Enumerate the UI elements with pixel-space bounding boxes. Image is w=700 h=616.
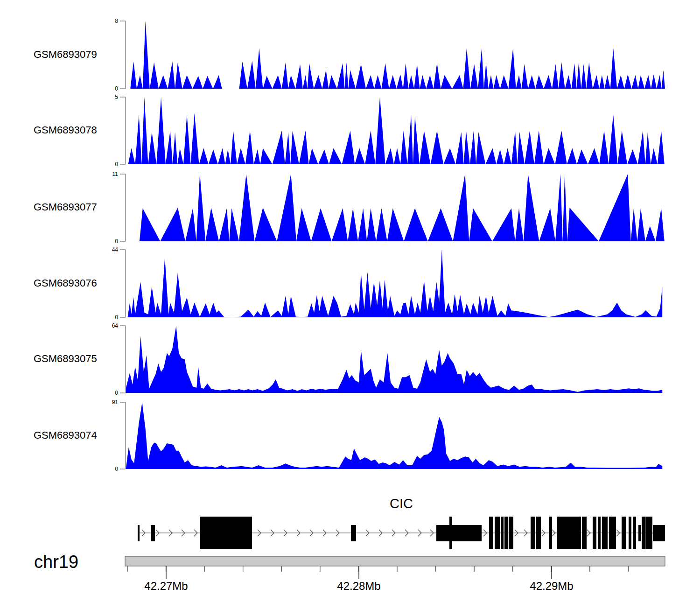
gene-exon [549,517,552,549]
y-axis-min-label: 0 [115,85,118,92]
y-axis-max-label: 11 [112,171,119,177]
track-label-GSM6893076: GSM6893076 [34,277,97,289]
gene-exon [593,517,596,549]
gene-exon [138,525,140,541]
y-axis-max-label: 5 [115,94,118,100]
track-label-GSM6893079: GSM6893079 [34,49,97,61]
track-label-GSM6893075: GSM6893075 [34,353,97,365]
ruler-tick-label: 42.27Mb [144,580,188,592]
y-axis-max-label: 44 [112,246,119,253]
gene-exon [653,525,665,541]
track-label-GSM6893077: GSM6893077 [34,201,97,213]
gene-name-label: CIC [390,496,413,511]
gene-exon [200,517,252,549]
y-axis-max-label: 91 [112,399,119,406]
gene-exon [449,517,452,549]
track-label-GSM6893078: GSM6893078 [34,124,97,136]
gene-exon [489,517,493,549]
y-axis-min-label: 0 [115,314,118,321]
ruler-tick-label: 42.29Mb [530,580,573,592]
coverage-area-GSM6893079 [130,21,665,89]
gene-exon [501,517,504,549]
coverage-area-GSM6893077 [140,174,665,241]
gene-exon [536,517,541,549]
gene-exon [582,517,587,549]
gene-exon [151,525,155,541]
gene-exon [602,517,608,549]
y-axis-max-label: 64 [112,322,119,329]
gene-exon [633,517,636,549]
gene-exon [436,525,482,541]
gene-exon [557,517,581,549]
ruler-tick-label: 42.28Mb [337,580,380,592]
coverage-area-GSM6893074 [126,402,662,469]
coverage-area-GSM6893078 [128,97,665,164]
y-axis-min-label: 0 [115,161,118,168]
track-label-GSM6893074: GSM6893074 [34,429,97,441]
gene-exon [642,517,645,549]
gene-exon [531,517,535,549]
plot-canvas: 805011044064091042.27Mb42.28Mb42.29Mb [0,0,700,616]
gene-exon [509,517,513,549]
chromosome-ruler-bar [125,556,665,566]
gene-exon [351,525,356,541]
genome-browser-figure: 805011044064091042.27Mb42.28Mb42.29Mb CI… [0,0,700,616]
chromosome-label: chr19 [34,552,78,572]
gene-exon [622,517,626,549]
gene-exon [504,517,508,549]
y-axis-min-label: 0 [115,466,118,472]
gene-exon [609,517,616,549]
gene-exon [598,517,601,549]
coverage-area-GSM6893076 [128,250,663,317]
gene-exon [638,525,641,541]
y-axis-min-label: 0 [115,238,118,245]
coverage-area-GSM6893075 [126,326,662,393]
y-axis-max-label: 8 [115,18,118,24]
y-axis-min-label: 0 [115,390,118,396]
gene-exon [629,517,631,549]
gene-exon [645,517,652,549]
gene-exon [495,517,500,549]
